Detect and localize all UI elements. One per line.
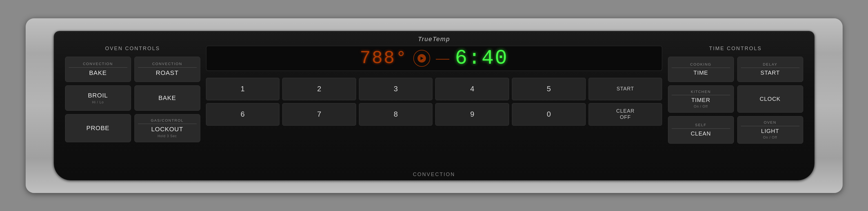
display-area: 788° — 6:40 1 2 3 4 5 START (206, 46, 662, 126)
start-button[interactable]: START (589, 78, 662, 100)
cooking-time-button[interactable]: Cooking Time (668, 57, 734, 82)
display-temperature: 788° (360, 48, 408, 68)
probe-button[interactable]: Probe (65, 114, 131, 143)
oven-controls-title: Oven Controls (105, 46, 160, 52)
oven-controls-section: Oven Controls Convection Bake Convection… (65, 46, 200, 143)
convection-roast-sublabel: Convection (152, 62, 182, 66)
control-panel: TrueTemp Oven Controls Convection Bake C… (54, 31, 814, 180)
gas-lockout-button[interactable]: Gas/Control Lockout Hold 3 Sec (134, 114, 200, 143)
key-4[interactable]: 4 (435, 78, 509, 100)
cooking-time-sublabel: Cooking (690, 62, 711, 67)
gas-lockout-bottom: Hold 3 Sec (157, 134, 177, 138)
key-9[interactable]: 9 (435, 103, 509, 126)
key-1[interactable]: 1 (206, 78, 280, 100)
kitchen-timer-button[interactable]: Kitchen Timer On / Off (668, 85, 734, 113)
time-controls-section: Time Controls Cooking Time Delay Start K… (668, 46, 803, 144)
clock-mainlabel: Clock (741, 96, 800, 102)
fan-svg (417, 53, 427, 63)
gas-lockout-sublabel: Gas/Control (151, 118, 184, 123)
self-clean-sublabel: Self (695, 123, 707, 127)
key-5[interactable]: 5 (512, 78, 586, 100)
self-clean-button[interactable]: Self Clean (668, 116, 734, 144)
delay-start-mainlabel: Start (741, 68, 800, 76)
key-8[interactable]: 8 (359, 103, 433, 126)
main-controls: Oven Controls Convection Bake Convection… (54, 43, 814, 172)
probe-mainlabel: Probe (69, 124, 127, 132)
bake-button[interactable]: Bake (134, 85, 200, 111)
key-3[interactable]: 3 (359, 78, 433, 100)
clear-off-button[interactable]: CLEAROFF (589, 103, 662, 126)
keypad: 1 2 3 4 5 START 6 7 8 9 0 CLEAROFF (206, 78, 662, 126)
delay-start-button[interactable]: Delay Start (737, 57, 803, 82)
oven-light-mainlabel: Light (741, 126, 800, 134)
convection-bottom-label: Convection (413, 172, 455, 178)
convection-bake-sublabel: Convection (83, 62, 113, 66)
oven-light-sublabel: Oven (764, 120, 776, 125)
convection-bake-mainlabel: Bake (69, 67, 127, 77)
kitchen-timer-mainlabel: Timer (672, 95, 730, 103)
bake-mainlabel: Bake (138, 94, 197, 102)
clock-button[interactable]: Clock (737, 85, 803, 113)
convection-roast-mainlabel: Roast (138, 67, 197, 77)
display-time: 6:40 (455, 47, 508, 70)
delay-start-sublabel: Delay (763, 62, 778, 67)
oven-light-bottom: On / Off (763, 135, 777, 140)
key-6[interactable]: 6 (206, 103, 280, 126)
display-screen: 788° — 6:40 (206, 46, 662, 71)
key-7[interactable]: 7 (282, 103, 356, 126)
cooking-time-mainlabel: Time (672, 68, 730, 76)
convection-bake-button[interactable]: Convection Bake (65, 57, 131, 82)
time-buttons-grid: Cooking Time Delay Start Kitchen Timer O… (668, 57, 803, 144)
broil-mainlabel: Broil (69, 92, 127, 99)
display-dash: — (436, 51, 450, 66)
appliance-frame: TrueTemp Oven Controls Convection Bake C… (26, 18, 843, 193)
broil-sublabel: Hi / Lo (92, 100, 104, 104)
convection-fan-icon (413, 50, 430, 67)
key-2[interactable]: 2 (282, 78, 356, 100)
time-controls-title: Time Controls (709, 46, 762, 52)
kitchen-timer-sublabel: Kitchen (691, 90, 711, 94)
truetemp-label: TrueTemp (418, 35, 450, 43)
key-0[interactable]: 0 (512, 103, 586, 126)
oven-buttons-grid: Convection Bake Convection Roast Broil H… (65, 57, 200, 143)
self-clean-mainlabel: Clean (672, 128, 730, 137)
gas-lockout-mainlabel: Lockout (138, 124, 197, 133)
oven-light-button[interactable]: Oven Light On / Off (737, 116, 803, 144)
kitchen-timer-bottom: On / Off (694, 104, 708, 109)
convection-roast-button[interactable]: Convection Roast (134, 57, 200, 82)
broil-button[interactable]: Broil Hi / Lo (65, 85, 131, 111)
